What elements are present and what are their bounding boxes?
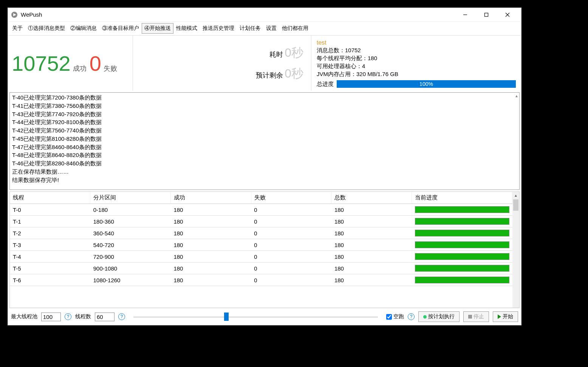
maximize-button[interactable] [476, 8, 497, 22]
table-cell: 180 [170, 239, 251, 251]
log-line: T-47已处理完第8460-8640条的数据 [12, 143, 517, 151]
table-row[interactable]: T-61080-12601800180 [10, 274, 512, 286]
row-progress-cell [412, 251, 512, 263]
slider-thumb[interactable] [224, 313, 229, 321]
row-progress-bar [415, 241, 509, 248]
stats-info: test 消息总数：10752 每个线程平均分配：180 可用处理器核心：4 J… [311, 36, 521, 91]
menu-item[interactable]: 设置 [263, 23, 279, 34]
start-button[interactable]: 开始 [493, 311, 518, 322]
table-cell: T-2 [10, 227, 90, 239]
svg-rect-3 [485, 13, 488, 16]
menu-item[interactable]: ②编辑消息 [68, 23, 99, 34]
success-count: 10752 [12, 51, 71, 76]
menu-item[interactable]: 计划任务 [237, 23, 263, 34]
close-button[interactable] [497, 8, 518, 22]
table-row[interactable]: T-3540-7201800180 [10, 239, 512, 251]
table-cell: T-3 [10, 239, 90, 251]
max-pool-input[interactable] [41, 313, 61, 321]
table-row[interactable]: T-5900-10801800180 [10, 263, 512, 274]
table-cell: 540-720 [90, 239, 171, 251]
table-cell: 180 [170, 216, 251, 227]
table-cell: 0-180 [90, 204, 171, 216]
table-cell: T-0 [10, 204, 90, 216]
stop-label: 停止 [473, 313, 484, 320]
table-header[interactable]: 当前进度 [412, 192, 512, 204]
stop-button[interactable]: 停止 [463, 311, 489, 322]
table-cell: 180-360 [90, 216, 171, 227]
dryrun-label: 空跑 [393, 313, 404, 320]
table-header[interactable]: 线程 [10, 192, 90, 204]
table-row[interactable]: T-4720-9001800180 [10, 251, 512, 263]
stop-icon [468, 315, 472, 319]
table-cell: 0 [251, 227, 331, 239]
table-header[interactable]: 总数 [331, 192, 412, 204]
dryrun-checkbox-wrap[interactable]: 空跑 [386, 313, 404, 320]
remain-label: 预计剩余 [256, 71, 283, 80]
row-progress-bar [415, 265, 509, 272]
menu-item[interactable]: 关于 [9, 23, 25, 34]
stats-counts: 10752 成功 0 失败 [8, 36, 133, 91]
thread-count-input[interactable] [95, 313, 115, 321]
table-cell: 720-900 [90, 251, 171, 263]
thread-slider[interactable] [133, 313, 378, 320]
table-cell: 180 [331, 274, 412, 286]
table-row[interactable]: T-2360-5401800180 [10, 227, 512, 239]
help-icon[interactable]: ? [408, 313, 415, 320]
fail-count: 0 [90, 51, 101, 76]
log-line: T-45已处理完第8100-8280条的数据 [12, 135, 517, 143]
table-header[interactable]: 失败 [251, 192, 331, 204]
max-pool-label: 最大线程池 [11, 313, 37, 320]
menu-item[interactable]: ③准备目标用户 [99, 23, 142, 34]
table-header[interactable]: 分片区间 [90, 192, 171, 204]
scroll-up-icon[interactable]: ▲ [514, 192, 518, 199]
schedule-label: 按计划执行 [428, 313, 455, 320]
schedule-button[interactable]: 按计划执行 [418, 311, 460, 322]
menubar: 关于①选择消息类型②编辑消息③准备目标用户④开始推送性能模式推送历史管理计划任务… [8, 22, 521, 35]
table-row[interactable]: T-00-1801800180 [10, 204, 512, 216]
table-row[interactable]: T-1180-3601800180 [10, 216, 512, 227]
table-scrollbar[interactable]: ▲ [512, 192, 519, 308]
menu-item[interactable]: 他们都在用 [279, 23, 311, 34]
scroll-thumb[interactable] [513, 199, 518, 211]
log-line: T-43已处理完第7740-7920条的数据 [12, 110, 517, 118]
table-cell: 180 [331, 263, 412, 274]
total-progress-bar: 100% [337, 80, 516, 88]
row-progress-cell [412, 227, 512, 239]
scroll-up-icon[interactable]: ▲ [515, 93, 518, 99]
table-cell: 180 [170, 204, 251, 216]
start-label: 开始 [503, 313, 513, 320]
table-cell: T-6 [10, 274, 90, 286]
table-cell: 0 [251, 251, 331, 263]
menu-item[interactable]: ①选择消息类型 [25, 23, 68, 34]
log-textarea[interactable]: ▲ T-40已处理完第7200-7380条的数据T-41已处理完第7380-75… [9, 92, 520, 190]
menu-item[interactable]: ④开始推送 [142, 23, 173, 34]
info-total: 消息总数：10752 [317, 47, 516, 54]
table-cell: 0 [251, 239, 331, 251]
table-header[interactable]: 成功 [170, 192, 251, 204]
table-cell: 180 [331, 227, 412, 239]
stats-row: 10752 成功 0 失败 耗时 0秒 预计剩余 0秒 test 消息总数：10… [8, 35, 521, 91]
log-line: 正在保存结果数据…… [12, 168, 517, 176]
menu-item[interactable]: 推送历史管理 [200, 23, 237, 34]
minimize-button[interactable] [455, 8, 476, 22]
app-window: WePush 关于①选择消息类型②编辑消息③准备目标用户④开始推送性能模式推送历… [8, 8, 521, 325]
stats-time: 耗时 0秒 预计剩余 0秒 [133, 36, 311, 91]
table-cell: 180 [331, 251, 412, 263]
total-progress-text: 100% [419, 81, 433, 87]
info-cores: 可用处理器核心：4 [317, 63, 516, 70]
row-progress-cell [412, 274, 512, 286]
log-line: T-41已处理完第7380-7560条的数据 [12, 102, 517, 110]
table-cell: 180 [331, 239, 412, 251]
help-icon[interactable]: ? [118, 313, 125, 320]
info-per-thread: 每个线程平均分配：180 [317, 55, 516, 62]
table-cell: T-1 [10, 216, 90, 227]
log-line: T-46已处理完第8280-8460条的数据 [12, 159, 517, 168]
dryrun-checkbox[interactable] [386, 314, 392, 320]
help-icon[interactable]: ? [65, 313, 71, 320]
row-progress-cell [412, 204, 512, 216]
bottom-bar: 最大线程池 ? 线程数 ? 空跑 ? 按计划执行 停止 开始 [8, 308, 521, 325]
window-title: WePush [21, 11, 455, 18]
row-progress-cell [412, 263, 512, 274]
table-cell: 0 [251, 216, 331, 227]
menu-item[interactable]: 性能模式 [173, 23, 200, 34]
